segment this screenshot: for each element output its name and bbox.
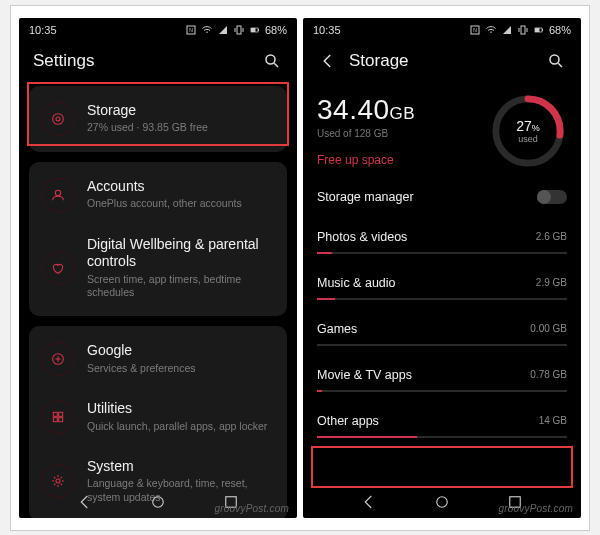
settings-item-storage[interactable]: Storage27% used · 93.85 GB free	[29, 90, 287, 148]
ring-pct: 27	[516, 118, 532, 134]
page-title: Settings	[33, 51, 94, 71]
storage-list: Storage manager Photos & videos2.6 GB Mu…	[303, 176, 581, 448]
phone-settings: 10:35 N 68% Settings Storage27% used · 9…	[19, 18, 297, 518]
svg-rect-2	[237, 26, 241, 34]
back-icon[interactable]	[317, 50, 339, 72]
storage-manager-row[interactable]: Storage manager	[317, 176, 567, 218]
free-up-space[interactable]: Free up space	[317, 153, 481, 167]
utilities-icon	[41, 400, 75, 434]
status-right: N 68%	[469, 24, 571, 36]
storage-manager-label: Storage manager	[317, 190, 414, 204]
svg-line-9	[274, 63, 278, 67]
nfc-icon: N	[469, 24, 481, 36]
bar	[317, 344, 567, 346]
svg-point-12	[55, 190, 60, 195]
wifi-icon	[201, 24, 213, 36]
watermark: groovyPost.com	[215, 503, 290, 514]
bar	[317, 252, 567, 254]
wellbeing-icon	[41, 251, 75, 285]
bar	[317, 436, 567, 438]
svg-rect-17	[59, 417, 63, 421]
accounts-icon	[41, 178, 75, 212]
card-storage: Storage27% used · 93.85 GB free	[29, 86, 287, 152]
svg-point-10	[53, 113, 64, 124]
card-accounts-wellbeing: AccountsOnePlus account, other accounts …	[29, 162, 287, 316]
signal-icon	[501, 24, 513, 36]
settings-item-wellbeing[interactable]: Digital Wellbeing & parental controlsScr…	[29, 224, 287, 312]
svg-text:N: N	[189, 27, 193, 33]
bar	[317, 390, 567, 392]
svg-point-18	[56, 479, 60, 483]
settings-item-utilities[interactable]: UtilitiesQuick launch, parallel apps, ap…	[29, 388, 287, 446]
category-photos[interactable]: Photos & videos2.6 GB	[317, 218, 567, 264]
bar	[317, 298, 567, 300]
nav-back-icon[interactable]	[360, 493, 378, 511]
nav-home-icon[interactable]	[433, 493, 451, 511]
svg-rect-28	[542, 29, 543, 31]
svg-point-8	[266, 55, 275, 64]
svg-rect-15	[59, 412, 63, 416]
svg-point-11	[56, 117, 60, 121]
svg-text:N: N	[473, 27, 477, 33]
search-icon[interactable]	[261, 50, 283, 72]
phone-storage: 10:35 N 68% Storage 34.40GB Used of 128 …	[303, 18, 581, 518]
watermark: groovyPost.com	[499, 503, 574, 514]
settings-header: Settings	[19, 42, 297, 86]
nfc-icon: N	[185, 24, 197, 36]
status-battery: 68%	[265, 24, 287, 36]
status-time: 10:35	[29, 24, 57, 36]
storage-icon	[41, 102, 75, 136]
google-icon	[41, 342, 75, 376]
wifi-icon	[485, 24, 497, 36]
svg-point-29	[550, 55, 559, 64]
signal-icon	[217, 24, 229, 36]
svg-rect-27	[535, 28, 540, 32]
page-title: Storage	[349, 51, 409, 71]
search-icon[interactable]	[545, 50, 567, 72]
item-sub: Quick launch, parallel apps, app locker	[87, 420, 275, 434]
storage-manager-toggle[interactable]	[537, 190, 567, 204]
usage-ring: 27% used	[489, 92, 567, 170]
status-time: 10:35	[313, 24, 341, 36]
battery-icon	[533, 24, 545, 36]
item-title: Google	[87, 342, 275, 360]
vibrate-icon	[517, 24, 529, 36]
svg-rect-23	[521, 26, 525, 34]
status-bar: 10:35 N 68%	[19, 18, 297, 42]
item-title: System	[87, 458, 275, 476]
category-music[interactable]: Music & audio2.9 GB	[317, 264, 567, 310]
svg-point-33	[437, 496, 448, 507]
nav-home-icon[interactable]	[149, 493, 167, 511]
category-games[interactable]: Games0.00 GB	[317, 310, 567, 356]
item-sub: Screen time, app timers, bedtime schedul…	[87, 273, 275, 300]
highlight-other-apps	[311, 446, 573, 488]
status-right: N 68%	[185, 24, 287, 36]
settings-item-google[interactable]: GoogleServices & preferences	[29, 330, 287, 388]
svg-rect-16	[53, 417, 57, 421]
category-movie[interactable]: Movie & TV apps0.78 GB	[317, 356, 567, 402]
svg-rect-7	[258, 29, 259, 31]
vibrate-icon	[233, 24, 245, 36]
item-sub: OnePlus account, other accounts	[87, 197, 275, 211]
item-sub: 27% used · 93.85 GB free	[87, 121, 275, 135]
nav-back-icon[interactable]	[76, 493, 94, 511]
ring-sub: used	[518, 134, 538, 144]
svg-rect-14	[53, 412, 57, 416]
status-battery: 68%	[549, 24, 571, 36]
item-title: Storage	[87, 102, 275, 120]
battery-icon	[249, 24, 261, 36]
settings-item-accounts[interactable]: AccountsOnePlus account, other accounts	[29, 166, 287, 224]
storage-summary: 34.40GB Used of 128 GB Free up space 27%…	[303, 86, 581, 176]
storage-header: Storage	[303, 42, 581, 86]
used-amount: 34.40GB	[317, 94, 481, 126]
item-title: Digital Wellbeing & parental controls	[87, 236, 275, 271]
svg-point-19	[153, 496, 164, 507]
item-title: Utilities	[87, 400, 275, 418]
used-of: Used of 128 GB	[317, 128, 481, 139]
category-other[interactable]: Other apps14 GB	[317, 402, 567, 448]
svg-line-30	[558, 63, 562, 67]
status-bar: 10:35 N 68%	[303, 18, 581, 42]
item-title: Accounts	[87, 178, 275, 196]
item-sub: Services & preferences	[87, 362, 275, 376]
svg-rect-6	[251, 28, 256, 32]
